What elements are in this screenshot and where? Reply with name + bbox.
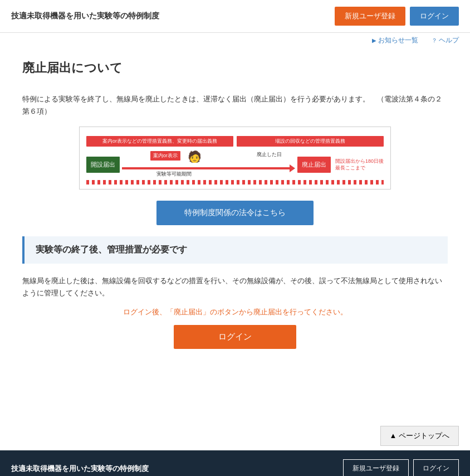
page-top-button[interactable]: ▲ ページトップへ bbox=[380, 426, 459, 446]
main-content: 廃止届出について 特例による実験等を終了し、無線局を廃止したときは、遅滞なく届出… bbox=[0, 48, 470, 377]
header-title: 技適未取得機器を用いた実験等の特例制度 bbox=[11, 11, 159, 21]
diag-bottom-stripe bbox=[86, 180, 384, 184]
main-login-button[interactable]: ログイン bbox=[174, 325, 296, 349]
spacer bbox=[0, 377, 470, 421]
diag-right-note: 開設届出から180日後 最長ここまで bbox=[333, 158, 384, 172]
page-top-area: ▲ ページトップへ bbox=[0, 421, 470, 450]
section-text: 無線局を廃止した後は、無線設備を回収するなどの措置を行い、その無線設備が、その後… bbox=[22, 275, 448, 299]
login-button[interactable]: ログイン bbox=[410, 7, 459, 26]
diag-kaisetsu-box: 開設届出 bbox=[86, 157, 120, 173]
timeline-diagram: 案内or表示などの管理措置義務、変更時の届出義務 場設の回収などの管理措置義務 … bbox=[79, 127, 391, 190]
diag-saichoku-label: 最長ここまで bbox=[335, 164, 384, 172]
diag-label-left: 案内or表示などの管理措置義務、変更時の届出義務 bbox=[86, 136, 233, 147]
news-link[interactable]: お知らせ一覧 bbox=[378, 36, 418, 45]
diag-arrow-head bbox=[290, 164, 295, 172]
diag-haishi-box: 廃止届出 bbox=[297, 157, 331, 173]
footer: 技適未取得機器を用いた実験等の特例制度 新規ユーザ登録 ログイン ▶ Selec… bbox=[0, 450, 470, 476]
footer-title: 技適未取得機器を用いた実験等の特例制度 bbox=[11, 464, 149, 474]
diag-haishi-date: 廃止した日 bbox=[257, 151, 282, 158]
header-buttons: 新規ユーザ登録 ログイン bbox=[335, 7, 459, 26]
register-button[interactable]: 新規ユーザ登録 bbox=[335, 7, 405, 26]
help-question-icon: ？ bbox=[432, 37, 437, 45]
footer-top-row: 技適未取得機器を用いた実験等の特例制度 新規ユーザ登録 ログイン bbox=[11, 459, 459, 476]
diag-label-right: 場設の回収などの管理措置義務 bbox=[237, 136, 384, 147]
header: 技適未取得機器を用いた実験等の特例制度 新規ユーザ登録 ログイン bbox=[0, 0, 470, 33]
intro-text: 特例による実験等を終了し、無線局を廃止したときは、遅滞なく届出（廃止届出）を行う… bbox=[22, 93, 448, 118]
sub-nav: ▶ お知らせ一覧 ？ ヘルプ bbox=[0, 33, 470, 48]
blue-section: 実験等の終了後、管理措置が必要です bbox=[22, 236, 448, 264]
help-link[interactable]: ヘルプ bbox=[439, 36, 459, 45]
person-icon: 🧑 bbox=[188, 150, 202, 163]
diag-180-label: 開設届出から180日後 bbox=[335, 158, 384, 165]
diag-mid-label: 案内or表示 bbox=[150, 151, 180, 161]
news-arrow-icon: ▶ bbox=[372, 37, 376, 43]
diag-arrow-area: 案内or表示 🧑 廃止した日 実験等可能期間 bbox=[122, 152, 295, 177]
footer-login-button[interactable]: ログイン bbox=[413, 459, 459, 476]
page-title: 廃止届出について bbox=[22, 60, 448, 82]
section-title: 実験等の終了後、管理措置が必要です bbox=[36, 244, 437, 256]
footer-top-buttons: 新規ユーザ登録 ログイン bbox=[343, 459, 459, 476]
law-button[interactable]: 特例制度関係の法令はこちら bbox=[156, 201, 314, 225]
diag-period-label: 実験等可能期間 bbox=[156, 171, 192, 178]
footer-register-button[interactable]: 新規ユーザ登録 bbox=[343, 459, 409, 476]
login-prompt: ログイン後、「廃止届出」のボタンから廃止届出を行ってください。 bbox=[22, 307, 448, 317]
